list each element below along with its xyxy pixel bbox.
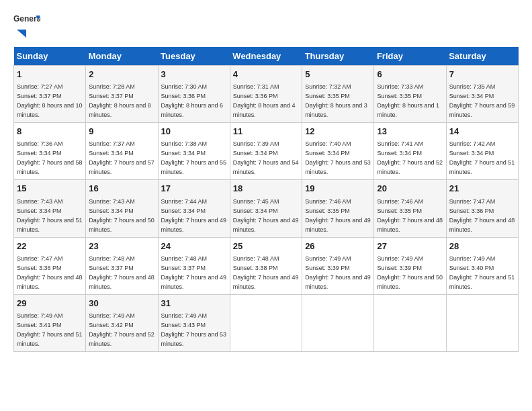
calendar-day-4: 4 Sunrise: 7:31 AMSunset: 3:36 PMDayligh… (230, 66, 302, 123)
day-number: 9 (89, 126, 154, 138)
calendar-day-27: 27 Sunrise: 7:49 AMSunset: 3:39 PMDaylig… (374, 237, 446, 294)
day-number: 17 (161, 183, 227, 195)
day-info: Sunrise: 7:48 AMSunset: 3:37 PMDaylight:… (161, 255, 227, 290)
calendar-day-19: 19 Sunrise: 7:46 AMSunset: 3:35 PMDaylig… (302, 180, 374, 237)
weekday-header-tuesday: Tuesday (158, 47, 230, 66)
calendar-day-21: 21 Sunrise: 7:47 AMSunset: 3:36 PMDaylig… (446, 180, 518, 237)
day-info: Sunrise: 7:32 AMSunset: 3:35 PMDaylight:… (305, 83, 367, 118)
day-number: 29 (17, 298, 83, 310)
day-number: 2 (89, 68, 154, 81)
day-info: Sunrise: 7:39 AMSunset: 3:34 PMDaylight:… (233, 140, 299, 175)
empty-cell (446, 294, 518, 351)
calendar-day-31: 31 Sunrise: 7:49 AMSunset: 3:43 PMDaylig… (158, 294, 230, 351)
weekday-header-saturday: Saturday (446, 47, 518, 66)
day-number: 15 (17, 183, 83, 195)
day-number: 16 (89, 183, 154, 195)
weekday-header-sunday: Sunday (14, 47, 86, 66)
day-number: 25 (233, 240, 299, 253)
calendar-day-8: 8 Sunrise: 7:36 AMSunset: 3:34 PMDayligh… (14, 123, 86, 180)
day-number: 19 (305, 183, 371, 195)
day-number: 20 (377, 183, 443, 195)
calendar-day-28: 28 Sunrise: 7:49 AMSunset: 3:40 PMDaylig… (446, 237, 518, 294)
day-info: Sunrise: 7:38 AMSunset: 3:34 PMDaylight:… (161, 140, 227, 175)
day-info: Sunrise: 7:41 AMSunset: 3:34 PMDaylight:… (377, 140, 443, 175)
logo: General (13, 13, 40, 40)
day-number: 4 (233, 68, 299, 81)
calendar-day-2: 2 Sunrise: 7:28 AMSunset: 3:37 PMDayligh… (86, 66, 158, 123)
logo-icon: General (13, 13, 40, 27)
empty-cell (230, 294, 302, 351)
calendar-week-5: 29 Sunrise: 7:49 AMSunset: 3:41 PMDaylig… (14, 294, 519, 351)
day-number: 14 (449, 126, 515, 138)
calendar-week-2: 8 Sunrise: 7:36 AMSunset: 3:34 PMDayligh… (14, 123, 519, 180)
day-info: Sunrise: 7:40 AMSunset: 3:34 PMDaylight:… (305, 140, 371, 175)
day-number: 3 (161, 68, 227, 81)
day-number: 22 (17, 240, 83, 253)
day-info: Sunrise: 7:31 AMSunset: 3:36 PMDaylight:… (233, 83, 296, 118)
weekday-header-wednesday: Wednesday (230, 47, 302, 66)
weekday-header-friday: Friday (374, 47, 446, 66)
logo-triangle-icon (14, 28, 26, 40)
day-number: 24 (161, 240, 227, 253)
day-number: 30 (89, 298, 154, 310)
day-number: 12 (305, 126, 371, 138)
calendar-day-10: 10 Sunrise: 7:38 AMSunset: 3:34 PMDaylig… (158, 123, 230, 180)
day-info: Sunrise: 7:36 AMSunset: 3:34 PMDaylight:… (17, 140, 83, 175)
calendar-week-3: 15 Sunrise: 7:43 AMSunset: 3:34 PMDaylig… (14, 180, 519, 237)
calendar-table: SundayMondayTuesdayWednesdayThursdayFrid… (13, 47, 519, 352)
day-info: Sunrise: 7:47 AMSunset: 3:36 PMDaylight:… (17, 255, 83, 290)
weekday-header-thursday: Thursday (302, 47, 374, 66)
day-number: 11 (233, 126, 299, 138)
svg-text:General: General (13, 14, 40, 24)
day-info: Sunrise: 7:49 AMSunset: 3:40 PMDaylight:… (449, 255, 515, 290)
day-info: Sunrise: 7:46 AMSunset: 3:35 PMDaylight:… (305, 198, 371, 233)
calendar-day-16: 16 Sunrise: 7:43 AMSunset: 3:34 PMDaylig… (86, 180, 158, 237)
calendar-day-25: 25 Sunrise: 7:48 AMSunset: 3:38 PMDaylig… (230, 237, 302, 294)
calendar-header-row: SundayMondayTuesdayWednesdayThursdayFrid… (14, 47, 519, 66)
day-info: Sunrise: 7:45 AMSunset: 3:34 PMDaylight:… (233, 198, 299, 233)
day-number: 7 (449, 68, 515, 81)
day-number: 26 (305, 240, 371, 253)
calendar-week-1: 1 Sunrise: 7:27 AMSunset: 3:37 PMDayligh… (14, 66, 519, 123)
day-number: 6 (377, 68, 443, 81)
calendar-day-9: 9 Sunrise: 7:37 AMSunset: 3:34 PMDayligh… (86, 123, 158, 180)
day-info: Sunrise: 7:48 AMSunset: 3:38 PMDaylight:… (233, 255, 299, 290)
day-info: Sunrise: 7:44 AMSunset: 3:34 PMDaylight:… (161, 198, 227, 233)
calendar-day-6: 6 Sunrise: 7:33 AMSunset: 3:35 PMDayligh… (374, 66, 446, 123)
day-number: 13 (377, 126, 443, 138)
calendar-day-17: 17 Sunrise: 7:44 AMSunset: 3:34 PMDaylig… (158, 180, 230, 237)
calendar-day-18: 18 Sunrise: 7:45 AMSunset: 3:34 PMDaylig… (230, 180, 302, 237)
calendar-day-23: 23 Sunrise: 7:48 AMSunset: 3:37 PMDaylig… (86, 237, 158, 294)
calendar-day-29: 29 Sunrise: 7:49 AMSunset: 3:41 PMDaylig… (14, 294, 86, 351)
calendar-day-26: 26 Sunrise: 7:49 AMSunset: 3:39 PMDaylig… (302, 237, 374, 294)
day-number: 27 (377, 240, 443, 253)
calendar-day-3: 3 Sunrise: 7:30 AMSunset: 3:36 PMDayligh… (158, 66, 230, 123)
day-number: 31 (161, 298, 227, 310)
day-number: 10 (161, 126, 227, 138)
calendar-week-4: 22 Sunrise: 7:47 AMSunset: 3:36 PMDaylig… (14, 237, 519, 294)
day-info: Sunrise: 7:42 AMSunset: 3:34 PMDaylight:… (449, 140, 515, 175)
calendar-day-1: 1 Sunrise: 7:27 AMSunset: 3:37 PMDayligh… (14, 66, 86, 123)
day-info: Sunrise: 7:27 AMSunset: 3:37 PMDaylight:… (17, 83, 83, 118)
day-number: 18 (233, 183, 299, 195)
day-info: Sunrise: 7:33 AMSunset: 3:35 PMDaylight:… (377, 83, 439, 118)
day-info: Sunrise: 7:30 AMSunset: 3:36 PMDaylight:… (161, 83, 224, 118)
day-number: 5 (305, 68, 371, 81)
svg-marker-2 (17, 30, 26, 38)
day-info: Sunrise: 7:49 AMSunset: 3:39 PMDaylight:… (377, 255, 443, 290)
calendar-day-22: 22 Sunrise: 7:47 AMSunset: 3:36 PMDaylig… (14, 237, 86, 294)
day-number: 1 (17, 68, 83, 81)
day-info: Sunrise: 7:48 AMSunset: 3:37 PMDaylight:… (89, 255, 154, 290)
day-info: Sunrise: 7:37 AMSunset: 3:34 PMDaylight:… (89, 140, 154, 175)
day-info: Sunrise: 7:49 AMSunset: 3:41 PMDaylight:… (17, 312, 83, 347)
day-info: Sunrise: 7:49 AMSunset: 3:43 PMDaylight:… (161, 312, 227, 347)
day-info: Sunrise: 7:35 AMSunset: 3:34 PMDaylight:… (449, 83, 515, 118)
weekday-header-monday: Monday (86, 47, 158, 66)
day-info: Sunrise: 7:49 AMSunset: 3:39 PMDaylight:… (305, 255, 371, 290)
page-header: General (13, 13, 519, 40)
day-info: Sunrise: 7:43 AMSunset: 3:34 PMDaylight:… (89, 198, 154, 233)
empty-cell (302, 294, 374, 351)
calendar-day-7: 7 Sunrise: 7:35 AMSunset: 3:34 PMDayligh… (446, 66, 518, 123)
day-info: Sunrise: 7:47 AMSunset: 3:36 PMDaylight:… (449, 198, 515, 233)
day-info: Sunrise: 7:46 AMSunset: 3:35 PMDaylight:… (377, 198, 443, 233)
